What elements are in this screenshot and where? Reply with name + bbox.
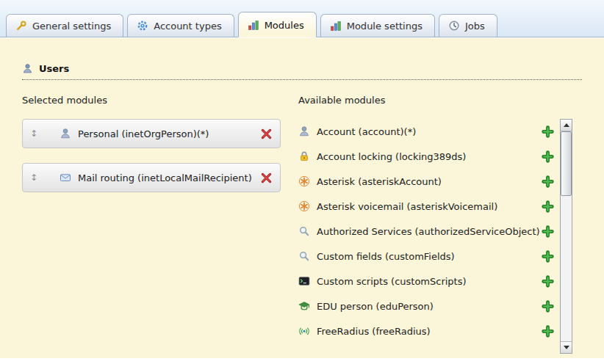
section-heading: Users bbox=[22, 63, 582, 80]
available-module-asterisk-asteriskaccount: Asterisk (asteriskAccount) bbox=[298, 169, 556, 194]
section-title: Users bbox=[39, 63, 69, 74]
tab-bar: General settings Account types Modules M… bbox=[6, 12, 497, 37]
tab-label: Module settings bbox=[347, 21, 423, 32]
selected-modules-list: ↕ Personal (inetOrgPerson)(*) ↕ Mail rou… bbox=[22, 119, 281, 192]
selected-modules-column: Selected modules ↕ Personal (inetOrgPers… bbox=[22, 95, 281, 359]
tab-label: Modules bbox=[265, 20, 304, 31]
clock-icon bbox=[448, 20, 460, 32]
tab-general-settings[interactable]: General settings bbox=[6, 14, 123, 37]
available-modules-heading: Available modules bbox=[298, 95, 556, 106]
remove-module-button[interactable] bbox=[260, 128, 273, 140]
tab-label: General settings bbox=[32, 21, 111, 32]
scroll-thumb[interactable] bbox=[561, 131, 572, 196]
asterisk-icon bbox=[298, 200, 310, 212]
available-modules-list: Account (account)(*) Account locking (lo… bbox=[298, 119, 556, 343]
mail-icon bbox=[60, 172, 71, 183]
drag-handle-icon[interactable]: ↕ bbox=[27, 128, 40, 139]
content-area: Users Selected modules ↕ Personal (inetO… bbox=[0, 38, 604, 358]
available-module-account-locking-locking389ds: Account locking (locking389ds) bbox=[298, 144, 556, 169]
tab-account-types[interactable]: Account types bbox=[127, 14, 234, 37]
module-label: Custom fields (customFields) bbox=[317, 251, 542, 262]
available-module-edu-person-eduperson: EDU person (eduPerson) bbox=[298, 294, 556, 318]
module-label: Mail routing (inetLocalMailRecipient) bbox=[78, 172, 260, 183]
module-label: Personal (inetOrgPerson)(*) bbox=[78, 128, 260, 139]
selected-module-mail-routing-inetlocalmailrecipient: ↕ Mail routing (inetLocalMailRecipient) bbox=[22, 163, 281, 192]
tab-label: Jobs bbox=[465, 21, 485, 32]
terminal-icon bbox=[298, 275, 310, 287]
add-module-button[interactable] bbox=[542, 325, 554, 338]
selected-module-personal-inetorgperson: ↕ Personal (inetOrgPerson)(*) bbox=[22, 119, 281, 148]
user-icon bbox=[22, 63, 33, 74]
selected-modules-heading: Selected modules bbox=[22, 95, 281, 106]
scrollbar[interactable] bbox=[560, 119, 572, 354]
add-module-button[interactable] bbox=[542, 200, 554, 213]
available-module-authorized-services-authorizedserviceobject: Authorized Services (authorizedServiceOb… bbox=[298, 219, 556, 244]
chart-icon bbox=[330, 20, 342, 32]
module-label: Asterisk voicemail (asteriskVoicemail) bbox=[317, 201, 542, 212]
settings-page: General settings Account types Modules M… bbox=[0, 0, 604, 364]
module-columns: Selected modules ↕ Personal (inetOrgPers… bbox=[22, 95, 582, 359]
scroll-track[interactable] bbox=[561, 131, 572, 341]
add-module-button[interactable] bbox=[542, 250, 554, 263]
add-module-button[interactable] bbox=[542, 125, 554, 138]
asterisk-icon bbox=[298, 175, 310, 187]
chart-icon bbox=[248, 19, 259, 31]
module-label: Authorized Services (authorizedServiceOb… bbox=[317, 226, 542, 237]
available-module-account-account: Account (account)(*) bbox=[298, 119, 556, 144]
available-module-custom-scripts-customscripts: Custom scripts (customScripts) bbox=[298, 269, 556, 294]
scroll-up-icon bbox=[564, 123, 569, 127]
module-label: Asterisk (asteriskAccount) bbox=[317, 176, 542, 187]
magnifier-icon bbox=[298, 225, 310, 237]
tab-jobs[interactable]: Jobs bbox=[439, 14, 497, 37]
module-label: Account locking (locking389ds) bbox=[317, 151, 542, 162]
available-module-asterisk-voicemail-asteriskvoicemail: Asterisk voicemail (asteriskVoicemail) bbox=[298, 194, 556, 219]
gear-icon bbox=[137, 20, 148, 32]
add-module-button[interactable] bbox=[542, 300, 554, 313]
available-module-custom-fields-customfields: Custom fields (customFields) bbox=[298, 244, 556, 269]
magnifier-icon bbox=[298, 250, 310, 262]
add-module-button[interactable] bbox=[542, 150, 554, 163]
remove-module-button[interactable] bbox=[260, 172, 273, 184]
page-bottom-strip bbox=[0, 358, 604, 364]
add-module-button[interactable] bbox=[542, 225, 554, 238]
add-module-button[interactable] bbox=[542, 275, 554, 288]
scroll-down-icon bbox=[564, 346, 569, 349]
module-label: Custom scripts (customScripts) bbox=[317, 276, 542, 287]
scroll-down-button[interactable] bbox=[561, 341, 572, 353]
wrench-icon bbox=[15, 20, 27, 32]
scroll-up-button[interactable] bbox=[561, 120, 572, 131]
tab-label: Account types bbox=[154, 21, 221, 32]
add-module-button[interactable] bbox=[542, 175, 554, 188]
module-label: FreeRadius (freeRadius) bbox=[317, 326, 542, 337]
drag-handle-icon[interactable]: ↕ bbox=[27, 172, 40, 183]
lock-icon bbox=[298, 150, 310, 162]
tab-header: General settings Account types Modules M… bbox=[0, 0, 604, 37]
edu-icon bbox=[298, 300, 310, 312]
tab-module-settings[interactable]: Module settings bbox=[320, 14, 435, 37]
tab-modules[interactable]: Modules bbox=[238, 12, 317, 37]
person-icon bbox=[298, 125, 310, 137]
module-label: EDU person (eduPerson) bbox=[317, 301, 542, 312]
available-module-freeradius-freeradius: FreeRadius (freeRadius) bbox=[298, 318, 556, 343]
module-label: Account (account)(*) bbox=[317, 126, 542, 137]
available-modules-column: Available modules Account (account)(*) A… bbox=[298, 95, 582, 359]
radio-icon bbox=[298, 325, 310, 337]
person-icon bbox=[60, 128, 71, 139]
